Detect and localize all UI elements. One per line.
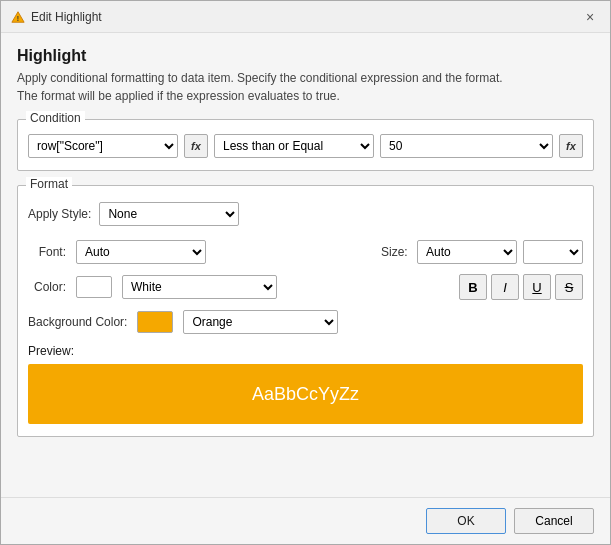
apply-style-label: Apply Style: [28,207,91,221]
color-label: Color: [28,280,66,294]
color-select[interactable]: White [122,275,277,299]
size-select[interactable]: Auto [417,240,517,264]
font-select[interactable]: Auto [76,240,206,264]
condition-row: row["Score"] fx Less than or Equal 50 fx [28,134,583,158]
title-bar-left: ! Edit Highlight [11,10,102,24]
apply-style-select[interactable]: None Custom [99,202,239,226]
bold-button[interactable]: B [459,274,487,300]
size-extra-select[interactable] [523,240,583,264]
underline-button[interactable]: U [523,274,551,300]
cancel-button[interactable]: Cancel [514,508,594,534]
color-swatch[interactable] [76,276,112,298]
apply-style-row: Apply Style: None Custom [28,202,583,226]
dialog-heading: Highlight [17,47,594,65]
size-section: Size: Auto [381,240,583,264]
preview-text: AaBbCcYyZz [252,384,359,405]
color-row: Color: White B I U S [28,274,583,300]
size-label: Size: [381,245,411,259]
bold-italic-row: B I U S [459,274,583,300]
preview-label: Preview: [28,344,583,358]
format-group: Format Apply Style: None Custom Font: Au… [17,185,594,437]
edit-highlight-dialog: ! Edit Highlight × Highlight Apply condi… [0,0,611,545]
condition-field-select[interactable]: row["Score"] [28,134,178,158]
dialog-body: Highlight Apply conditional formatting t… [1,33,610,497]
bg-color-label: Background Color: [28,315,127,329]
condition-group: Condition row["Score"] fx Less than or E… [17,119,594,171]
bg-color-swatch[interactable] [137,311,173,333]
dialog-footer: OK Cancel [1,497,610,544]
condition-value-fx-button[interactable]: fx [559,134,583,158]
title-text: Edit Highlight [31,10,102,24]
condition-group-label: Condition [26,111,85,125]
dialog-description: Apply conditional formatting to data ite… [17,69,594,105]
bg-color-select[interactable]: Orange [183,310,338,334]
warning-icon: ! [11,10,25,24]
svg-text:!: ! [17,15,19,22]
preview-box: AaBbCcYyZz [28,364,583,424]
italic-button[interactable]: I [491,274,519,300]
format-group-label: Format [26,177,72,191]
preview-section: Preview: AaBbCcYyZz [28,344,583,424]
title-bar: ! Edit Highlight × [1,1,610,33]
ok-button[interactable]: OK [426,508,506,534]
font-label: Font: [28,245,66,259]
condition-value-select[interactable]: 50 [380,134,553,158]
close-button[interactable]: × [580,7,600,27]
font-size-row: Font: Auto Size: Auto [28,240,583,264]
condition-field-fx-button[interactable]: fx [184,134,208,158]
bg-color-row: Background Color: Orange [28,310,583,334]
condition-operator-select[interactable]: Less than or Equal [214,134,374,158]
strikethrough-button[interactable]: S [555,274,583,300]
